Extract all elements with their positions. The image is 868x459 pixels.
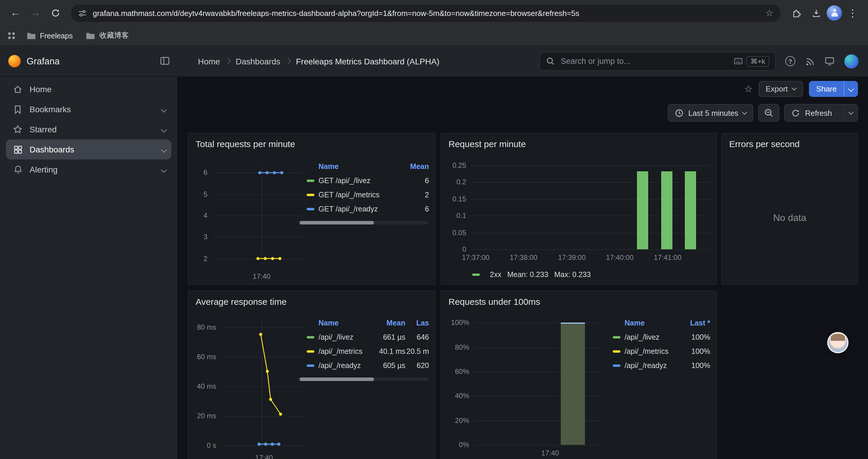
bell-icon (12, 164, 24, 175)
news-rss-button[interactable] (805, 56, 815, 66)
refresh-main[interactable]: Refresh (785, 108, 838, 117)
grafana-profile-avatar[interactable] (844, 54, 859, 68)
bookmark-folder-freeleaps[interactable]: Freeleaps (22, 29, 78, 42)
legend-row[interactable]: GET /api/_/livez6 (307, 174, 429, 188)
legend-row[interactable]: /api/_/livez100% (613, 330, 710, 345)
breadcrumb-home[interactable]: Home (198, 57, 220, 66)
scrollbar-thumb[interactable] (300, 221, 374, 225)
no-data-message: No data (722, 151, 857, 284)
zoom-out-button[interactable] (758, 104, 780, 122)
refresh-button[interactable]: Refresh (784, 104, 858, 122)
chart-gridline (474, 445, 601, 446)
legend-table: NameMeanLas/api/_/livez661 µs646/api/_/m… (307, 316, 429, 373)
legend-row[interactable]: /api/_/metrics40.1 ms20.5 m (307, 345, 429, 359)
sidebar-item-starred[interactable]: Starred (6, 119, 172, 139)
monitor-icon (824, 56, 835, 66)
series-value: 2 (396, 191, 429, 199)
legend-scrollbar[interactable] (299, 221, 429, 225)
forward-button[interactable]: → (26, 4, 45, 23)
time-range-picker[interactable]: Last 5 minutes (668, 104, 754, 122)
refresh-interval-caret[interactable] (843, 104, 857, 121)
extensions-button[interactable] (786, 4, 805, 23)
y-axis-label: 0% (441, 440, 469, 450)
sidebar-item-dashboards[interactable]: Dashboards (6, 139, 172, 160)
chart-gridline (471, 216, 710, 216)
extension-avatar-overlay[interactable] (827, 332, 848, 353)
series-name: /api/_/readyz (318, 362, 371, 370)
share-menu-caret[interactable] (844, 80, 858, 97)
browser-menu-button[interactable]: ⋮ (843, 4, 862, 23)
legend-row[interactable]: /api/_/metrics100% (613, 345, 710, 359)
x-axis-label: 17:40 (235, 272, 288, 281)
legend-column-header[interactable]: Name (625, 319, 675, 327)
sidebar-item-home[interactable]: Home (6, 79, 172, 99)
sidebar-item-label: Bookmarks (30, 104, 71, 114)
favorite-star-button[interactable]: ☆ (744, 83, 753, 94)
downloads-button[interactable] (807, 4, 826, 23)
reload-button[interactable] (46, 4, 65, 23)
chevron-down-icon (161, 167, 166, 172)
chart-bar (561, 323, 585, 445)
y-axis-label: 80 ms (188, 322, 216, 332)
chevron-down-icon (161, 147, 166, 152)
y-axis-label: 0.25 (441, 161, 466, 170)
url-bar[interactable]: ☆ (71, 4, 780, 22)
browser-profile-avatar[interactable] (827, 5, 842, 21)
legend-inline[interactable]: 2xx Mean: 0.233 Max: 0.233 (472, 270, 591, 279)
series-color-icon (307, 179, 314, 182)
panel-total-requests-per-minute: Total requests per minute 6543217:40 Nam… (188, 133, 435, 285)
bookmark-icon (12, 104, 24, 114)
legend-row[interactable]: /api/_/readyz605 µs620 (307, 359, 429, 373)
breadcrumb-current: Freeleaps Metrics Dashboard (ALPHA) (296, 57, 440, 66)
shortcut-kbd: ⌘+k (746, 56, 769, 66)
legend-column-header[interactable]: Name (318, 319, 371, 327)
panel-request-per-minute: Request per minute 0.250.20.150.10.05017… (441, 133, 717, 285)
bookmark-label: 收藏博客 (99, 31, 129, 41)
sidebar-item-alerting[interactable]: Alerting (6, 160, 172, 179)
export-button[interactable]: Export (758, 80, 803, 97)
panel-title[interactable]: Errors per second (729, 139, 800, 149)
legend-row[interactable]: /api/_/livez661 µs646 (307, 330, 429, 345)
refresh-icon (792, 108, 800, 117)
legend-column-header[interactable]: Last * (675, 319, 710, 327)
legend-row[interactable]: GET /api/_/readyz6 (307, 202, 429, 216)
sidebar-item-bookmarks[interactable]: Bookmarks (6, 99, 172, 119)
legend-column-header[interactable]: Las (405, 319, 429, 327)
series-color-icon (307, 208, 314, 210)
legend-row[interactable]: /api/_/readyz100% (613, 359, 710, 373)
sidebar-toggle-button[interactable] (159, 56, 170, 66)
series-color-icon (613, 350, 620, 353)
back-button[interactable]: ← (6, 4, 25, 23)
search-input[interactable] (560, 56, 729, 66)
url-input[interactable] (92, 8, 761, 18)
dashboards-grid-icon (12, 144, 24, 155)
chart-gridline (471, 249, 710, 250)
bookmark-star-icon[interactable]: ☆ (766, 8, 773, 18)
series-max: Max: 0.233 (554, 270, 591, 279)
keyboard-icon (734, 58, 743, 64)
search-box[interactable]: ⌘+k (539, 52, 776, 71)
breadcrumb-dashboards[interactable]: Dashboards (236, 57, 280, 66)
chart-series (212, 163, 304, 268)
series-color-icon (307, 194, 314, 196)
chart-gridline (471, 182, 710, 183)
zoom-out-icon (764, 108, 774, 118)
help-button[interactable]: ? (785, 56, 795, 66)
legend-column-header[interactable]: Mean (396, 162, 429, 171)
series-name: /api/_/livez (318, 333, 371, 341)
search-icon (546, 57, 555, 66)
bookmark-folder-blog[interactable]: 收藏博客 (81, 28, 133, 43)
legend-column-header[interactable]: Name (318, 162, 396, 171)
legend-column-header[interactable]: Mean (371, 319, 405, 327)
scrollbar-thumb[interactable] (300, 378, 374, 381)
display-button[interactable] (824, 56, 835, 66)
legend-row[interactable]: GET /api/_/metrics2 (307, 188, 429, 202)
legend-header: NameMean (307, 160, 429, 174)
legend-scrollbar[interactable] (299, 378, 429, 381)
share-label[interactable]: Share (809, 80, 844, 97)
time-range-label: Last 5 minutes (688, 108, 738, 117)
apps-grid-icon[interactable] (8, 33, 14, 39)
grafana-logo-icon[interactable] (8, 55, 21, 67)
share-button[interactable]: Share (809, 80, 858, 97)
clock-icon (675, 108, 684, 117)
